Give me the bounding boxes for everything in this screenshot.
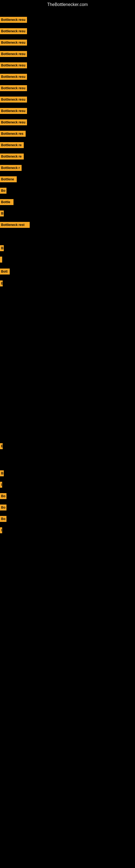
bar-row xyxy=(0,257,2,262)
bar-row: Bottleneck rest xyxy=(0,222,30,228)
bar-label: Bottlene xyxy=(0,176,17,182)
bar-label: Bottleneck rest xyxy=(0,222,30,228)
bar-row: Bottleneck resu xyxy=(0,28,27,34)
bar-row: Bottlene xyxy=(0,176,17,182)
bar-row: Bottleneck resu xyxy=(0,108,27,114)
bar-label: Bottleneck r xyxy=(0,165,21,171)
bar-label: Bottleneck resu xyxy=(0,74,27,80)
bar-label: E xyxy=(0,280,3,286)
bar-label: Bottleneck resu xyxy=(0,51,27,57)
bar-label: B xyxy=(0,245,4,251)
bar-label: Bottleneck resu xyxy=(0,17,27,23)
bar-row: E xyxy=(0,280,3,286)
bar-row: Bo xyxy=(0,188,6,194)
bar-row: B xyxy=(0,245,4,251)
bar-row: Bottleneck resu xyxy=(0,74,27,80)
bar-label: B xyxy=(0,211,4,216)
bar-row: Bo xyxy=(0,504,6,510)
bar-row: I xyxy=(0,482,2,488)
site-title: TheBottlenecker.com xyxy=(0,0,135,9)
bar-row: Bottleneck resu xyxy=(0,119,27,125)
bar-row: Bottle xyxy=(0,199,13,205)
bar-row: Bottleneck resu xyxy=(0,17,27,23)
bar-label: I xyxy=(0,482,2,488)
bar-label xyxy=(0,257,2,262)
bar-label: Bottleneck resu xyxy=(0,85,27,91)
bar-row: Bottleneck re xyxy=(0,142,24,148)
bar-label: Bottleneck re xyxy=(0,154,24,159)
bar-label: Bottleneck resu xyxy=(0,40,27,45)
bar-label: Bottleneck resu xyxy=(0,108,27,114)
bar-row: E xyxy=(0,443,3,449)
bar-row: B xyxy=(0,211,4,216)
bar-label: E xyxy=(0,443,3,449)
bar-label: Bottleneck res xyxy=(0,131,26,137)
bar-row: B xyxy=(0,470,4,476)
bar-label: Bo xyxy=(0,493,6,499)
bar-label: Bottleneck resu xyxy=(0,28,27,34)
bar-row: Bottleneck resu xyxy=(0,51,27,57)
bar-label: I xyxy=(0,527,2,533)
bar-row: Bo xyxy=(0,493,6,499)
bar-row: Bottleneck r xyxy=(0,165,21,171)
bar-label: B xyxy=(0,470,4,476)
bar-label: Bo xyxy=(0,188,6,194)
bar-row: Bott xyxy=(0,269,10,275)
bar-label: Bo xyxy=(0,504,6,510)
bar-label: Bo xyxy=(0,516,6,522)
bar-row: Bottleneck res xyxy=(0,131,26,137)
bar-row: Bottleneck resu xyxy=(0,97,27,102)
bar-label: Bott xyxy=(0,269,10,275)
bar-row: Bottleneck re xyxy=(0,154,24,159)
bar-label: Bottleneck resu xyxy=(0,119,27,125)
bar-label: Bottleneck resu xyxy=(0,97,27,102)
bar-label: Bottleneck re xyxy=(0,142,24,148)
bar-label: Bottle xyxy=(0,199,13,205)
bar-row: I xyxy=(0,527,2,533)
bar-row: Bo xyxy=(0,516,6,522)
bar-row: Bottleneck resu xyxy=(0,62,27,68)
bar-label: Bottleneck resu xyxy=(0,62,27,68)
bar-row: Bottleneck resu xyxy=(0,85,27,91)
bar-row: Bottleneck resu xyxy=(0,40,27,45)
